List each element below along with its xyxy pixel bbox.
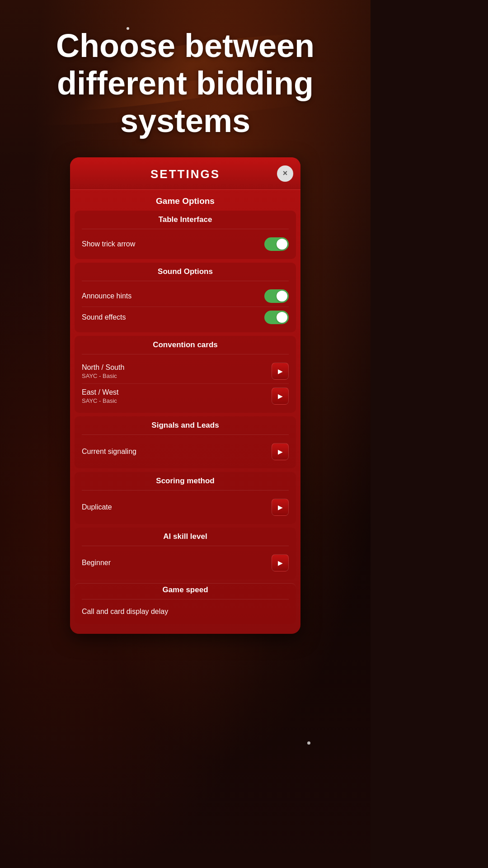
call-card-delay-row: Call and card display delay xyxy=(82,604,289,619)
beginner-row: Beginner xyxy=(82,551,289,575)
convention-cards-group: Convention cards North / South SAYC - Ba… xyxy=(75,336,296,413)
duplicate-label: Duplicate xyxy=(82,503,112,511)
ai-skill-level-header: AI skill level xyxy=(82,532,289,546)
east-west-value: SAYC - Basic xyxy=(82,397,119,404)
east-west-row: East / West SAYC - Basic xyxy=(82,383,289,408)
north-south-label: North / South xyxy=(82,363,124,372)
east-west-col: East / West SAYC - Basic xyxy=(82,388,119,404)
modal-title: SETTINGS xyxy=(150,167,220,181)
show-trick-arrow-label: Show trick arrow xyxy=(82,240,135,248)
sound-effects-row: Sound effects xyxy=(82,307,289,328)
close-button[interactable]: × xyxy=(277,165,293,182)
north-south-row: North / South SAYC - Basic xyxy=(82,359,289,383)
east-west-label: East / West xyxy=(82,388,119,396)
east-west-arrow-button[interactable] xyxy=(272,387,289,405)
sound-effects-toggle[interactable] xyxy=(264,311,289,324)
duplicate-row: Duplicate xyxy=(82,495,289,519)
table-interface-header: Table Interface xyxy=(82,215,289,229)
game-options-header: Game Options xyxy=(70,190,300,211)
current-signaling-label: Current signaling xyxy=(82,448,136,456)
sound-options-group: Sound Options Announce hints Sound effec… xyxy=(75,263,296,332)
sound-effects-label: Sound effects xyxy=(82,313,126,321)
hero-section: Choose between different bidding systems xyxy=(0,0,371,157)
settings-modal: SETTINGS × Game Options Table Interface … xyxy=(70,157,300,634)
signals-leads-header: Signals and Leads xyxy=(82,421,289,435)
current-signaling-row: Current signaling xyxy=(82,439,289,464)
modal-body: Game Options Table Interface Show trick … xyxy=(70,190,300,634)
north-south-value: SAYC - Basic xyxy=(82,373,124,379)
show-trick-arrow-toggle[interactable] xyxy=(264,237,289,251)
duplicate-arrow-button[interactable] xyxy=(272,499,289,516)
sound-options-header: Sound Options xyxy=(82,267,289,281)
north-south-col: North / South SAYC - Basic xyxy=(82,363,124,379)
beginner-label: Beginner xyxy=(82,559,111,567)
announce-hints-row: Announce hints xyxy=(82,286,289,307)
beginner-arrow-button[interactable] xyxy=(272,554,289,571)
sparkle-3 xyxy=(307,741,310,745)
convention-cards-header: Convention cards xyxy=(82,340,289,354)
scoring-method-header: Scoring method xyxy=(82,476,289,491)
current-signaling-arrow-button[interactable] xyxy=(272,443,289,460)
call-card-delay-label: Call and card display delay xyxy=(82,608,168,616)
scoring-method-group: Scoring method Duplicate xyxy=(75,472,296,524)
announce-hints-toggle[interactable] xyxy=(264,289,289,303)
game-speed-group: Game speed Call and card display delay xyxy=(75,583,296,624)
north-south-arrow-button[interactable] xyxy=(272,363,289,380)
hero-title: Choose between different bidding systems xyxy=(27,27,343,139)
modal-header: SETTINGS × xyxy=(70,157,300,190)
announce-hints-label: Announce hints xyxy=(82,292,131,300)
signals-leads-group: Signals and Leads Current signaling xyxy=(75,416,296,468)
ai-skill-level-group: AI skill level Beginner xyxy=(75,528,296,580)
game-speed-header: Game speed xyxy=(82,585,289,599)
table-interface-group: Table Interface Show trick arrow xyxy=(75,211,296,259)
show-trick-arrow-row: Show trick arrow xyxy=(82,234,289,255)
